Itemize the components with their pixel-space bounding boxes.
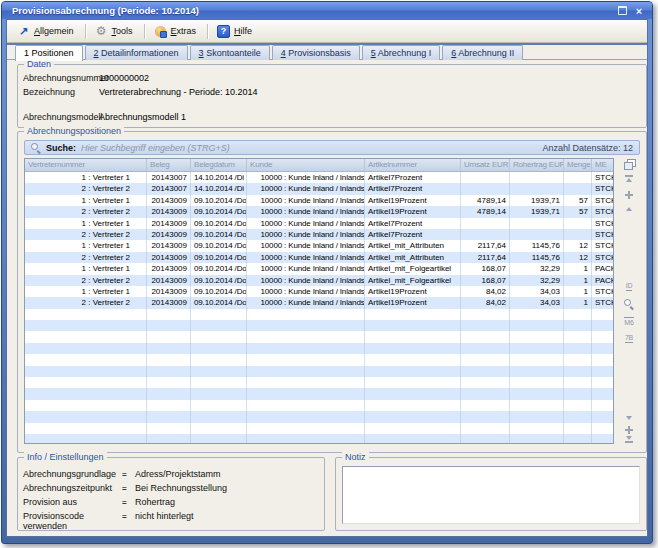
table-row[interactable]: 2 : Vertreter 22014300714.10.2014 /Di100… bbox=[25, 183, 613, 194]
tab-content-panel: Daten Abrechnungsnummer1000000002Bezeich… bbox=[7, 59, 647, 536]
column-chooser-icon[interactable] bbox=[618, 159, 640, 169]
menu-button-hilfe[interactable]: Hilfe bbox=[211, 22, 260, 41]
cell-vertreternummer bbox=[25, 309, 147, 320]
cell-me: STCK bbox=[592, 218, 613, 229]
cell-rohertrag-eur bbox=[510, 423, 564, 434]
cell-me: STCK bbox=[592, 286, 613, 297]
table-row[interactable]: 1 : Vertreter 12014300909.10.2014 /Do100… bbox=[25, 218, 613, 229]
cell-umsatz-eur: 84,02 bbox=[461, 286, 510, 297]
table-row-empty bbox=[25, 411, 613, 422]
grid-tool-m6-icon[interactable]: M6 bbox=[618, 317, 640, 326]
notiz-textarea[interactable] bbox=[342, 466, 640, 524]
table-row[interactable]: 2 : Vertreter 22014300909.10.2014 /Do100… bbox=[25, 275, 613, 286]
scroll-down-icon[interactable] bbox=[618, 416, 640, 420]
cell-beleg bbox=[147, 423, 191, 434]
cell-belegdatum: 09.10.2014 /Do bbox=[191, 252, 247, 263]
cell-menge bbox=[564, 183, 592, 194]
tab-skontoanteile[interactable]: 3 Skontoanteile bbox=[190, 45, 270, 60]
table-row[interactable]: 1 : Vertreter 12014300909.10.2014 /Do100… bbox=[25, 240, 613, 251]
column-header-rohertrag-eur[interactable]: Rohertrag EUR bbox=[510, 159, 564, 171]
table-row[interactable]: 2 : Vertreter 22014300909.10.2014 /Do100… bbox=[25, 252, 613, 263]
cell-belegdatum: 09.10.2014 /Do bbox=[191, 229, 247, 240]
vertreter-number: 1 bbox=[28, 263, 86, 274]
column-header-beleg[interactable]: Beleg bbox=[147, 159, 191, 171]
cell-vertreternummer: 2 : Vertreter 2 bbox=[25, 229, 147, 240]
cell-kunde bbox=[247, 366, 365, 377]
scroll-pagedown-icon[interactable] bbox=[618, 426, 640, 434]
extras-icon bbox=[154, 25, 167, 38]
search-bar[interactable]: Suche: Hier Suchbegriff eingeben (STRG+S… bbox=[24, 140, 640, 155]
table-row[interactable]: 2 : Vertreter 22014300909.10.2014 /Do100… bbox=[25, 206, 613, 217]
cell-umsatz-eur bbox=[461, 172, 510, 183]
close-button[interactable]: × bbox=[632, 5, 646, 17]
menu-button-extras[interactable]: Extras bbox=[148, 22, 205, 41]
table-row[interactable]: 2 : Vertreter 22014300909.10.2014 /Do100… bbox=[25, 297, 613, 308]
equals-bullet: = bbox=[122, 470, 135, 479]
column-header-vertreternummer[interactable]: Vertreternummer bbox=[25, 159, 147, 171]
column-header-artikelnummer[interactable]: Artikelnummer bbox=[365, 159, 461, 171]
daten-field-value: Abrechnungsmodell 1 bbox=[99, 112, 186, 122]
cell-menge: 1 bbox=[564, 275, 592, 286]
tab-abrechnung-ii[interactable]: 6 Abrechnung II bbox=[442, 45, 523, 60]
id-search-icon[interactable]: ID bbox=[618, 282, 640, 291]
cell-me: STCK bbox=[592, 172, 613, 183]
cell-rohertrag-eur bbox=[510, 343, 564, 354]
cell-umsatz-eur bbox=[461, 343, 510, 354]
allgemein-icon bbox=[17, 25, 30, 38]
cell-menge: 57 bbox=[564, 195, 592, 206]
column-header-umsatz-eur[interactable]: Umsatz EUR bbox=[461, 159, 510, 171]
cell-vertreternummer bbox=[25, 343, 147, 354]
tab-positionen[interactable]: 1 Positionen bbox=[15, 45, 83, 61]
cell-menge: 1 bbox=[564, 263, 592, 274]
cell-menge bbox=[564, 309, 592, 320]
cell-belegdatum bbox=[191, 388, 247, 399]
table-row-empty bbox=[25, 309, 613, 320]
scroll-last-icon[interactable] bbox=[618, 436, 640, 443]
cell-menge bbox=[564, 229, 592, 240]
tab-detailinformationen[interactable]: 2 Detailinformationen bbox=[85, 45, 188, 60]
table-row-empty bbox=[25, 331, 613, 342]
scroll-pageup-icon[interactable] bbox=[618, 191, 640, 199]
grid-tool-7b-icon[interactable]: 7B bbox=[618, 334, 640, 343]
cell-menge: 1 bbox=[564, 286, 592, 297]
fulltext-search-icon[interactable] bbox=[618, 299, 640, 309]
scroll-first-icon[interactable] bbox=[618, 175, 640, 182]
tab-abrechnung-i[interactable]: 5 Abrechnung I bbox=[362, 45, 441, 60]
info-row-abrechnungsgrundlage: Abrechnungsgrundlage=Adress/Projektstamm bbox=[23, 469, 320, 479]
kunde-number: 10000 bbox=[250, 275, 282, 286]
table-row[interactable]: 1 : Vertreter 12014300909.10.2014 /Do100… bbox=[25, 286, 613, 297]
cell-beleg: 20143007 bbox=[147, 183, 191, 194]
column-header-belegdatum[interactable]: Belegdatum bbox=[191, 159, 247, 171]
menu-button-tools[interactable]: Tools bbox=[89, 22, 141, 41]
info-label: Provision aus bbox=[23, 497, 122, 507]
daten-field-value: Vertreterabrechnung - Periode: 10.2014 bbox=[99, 87, 258, 97]
cell-umsatz-eur bbox=[461, 377, 510, 388]
menu-button-allgemein[interactable]: Allgemein bbox=[11, 22, 82, 41]
vertreter-number: 1 bbox=[28, 286, 86, 297]
table-row-empty bbox=[25, 434, 613, 444]
kunde-number: 10000 bbox=[250, 252, 282, 263]
cell-rohertrag-eur bbox=[510, 229, 564, 240]
scroll-up-icon[interactable] bbox=[618, 207, 640, 211]
vertreter-number: 2 bbox=[28, 183, 86, 194]
restore-button[interactable] bbox=[615, 5, 629, 17]
table-row[interactable]: 1 : Vertreter 12014300909.10.2014 /Do100… bbox=[25, 195, 613, 206]
table-row[interactable]: 1 : Vertreter 12014300909.10.2014 /Do100… bbox=[25, 263, 613, 274]
cell-menge bbox=[564, 434, 592, 444]
tab-provisionsbasis[interactable]: 4 Provisionsbasis bbox=[272, 45, 360, 60]
table-row[interactable]: 2 : Vertreter 22014300909.10.2014 /Do100… bbox=[25, 229, 613, 240]
vertreter-number: 2 bbox=[28, 275, 86, 286]
cell-belegdatum bbox=[191, 331, 247, 342]
cell-artikelnummer bbox=[365, 331, 461, 342]
title-bar[interactable]: Provisionsabrechnung (Periode: 10.2014) … bbox=[2, 2, 652, 19]
table-row-empty bbox=[25, 320, 613, 331]
column-header-me[interactable]: ME bbox=[592, 159, 613, 171]
column-header-menge[interactable]: Menge bbox=[564, 159, 592, 171]
cell-artikelnummer: Artikel7Prozent bbox=[365, 218, 461, 229]
table-row[interactable]: 1 : Vertreter 12014300714.10.2014 /Di100… bbox=[25, 172, 613, 183]
cell-vertreternummer: 1 : Vertreter 1 bbox=[25, 240, 147, 251]
search-input[interactable]: Hier Suchbegriff eingeben (STRG+S) bbox=[81, 143, 537, 153]
cell-me: STCK bbox=[592, 252, 613, 263]
column-header-kunde[interactable]: Kunde bbox=[247, 159, 365, 171]
hilfe-icon bbox=[217, 25, 230, 38]
